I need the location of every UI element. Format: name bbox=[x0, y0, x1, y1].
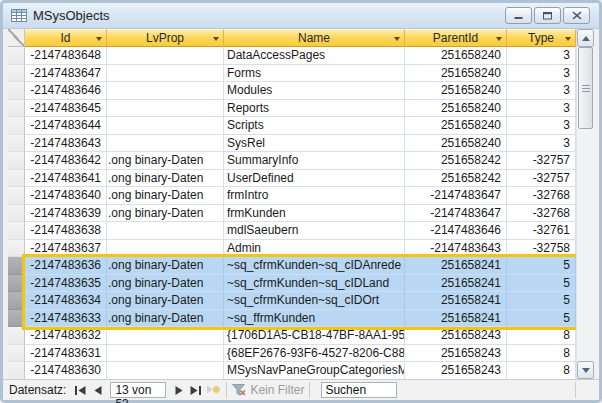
cell-parentid[interactable]: 251658240 bbox=[405, 117, 507, 135]
cell-id[interactable]: -2147483630 bbox=[25, 362, 107, 380]
filter-dropdown-icon[interactable] bbox=[213, 37, 219, 41]
table-row[interactable]: -2147483646Modules2516582403 bbox=[8, 82, 576, 100]
column-header-type[interactable]: Type bbox=[507, 29, 576, 47]
table-row[interactable]: -2147483641.ong binary-DatenUserDefined2… bbox=[8, 170, 576, 188]
cell-id[interactable]: -2147483646 bbox=[25, 82, 107, 100]
cell-type[interactable]: 3 bbox=[507, 100, 576, 118]
cell-id[interactable]: -2147483639 bbox=[25, 205, 107, 223]
cell-name[interactable]: SysRel bbox=[224, 135, 405, 153]
cell-lvprop[interactable]: .ong binary-Daten bbox=[107, 205, 224, 223]
cell-parentid[interactable]: 251658240 bbox=[405, 135, 507, 153]
cell-lvprop[interactable]: .ong binary-Daten bbox=[107, 292, 224, 310]
row-selector[interactable] bbox=[8, 187, 25, 205]
row-selector[interactable] bbox=[8, 362, 25, 380]
record-position-box[interactable]: 13 von 53 bbox=[110, 382, 166, 398]
scroll-down-button[interactable] bbox=[577, 361, 594, 379]
cell-parentid[interactable]: -2147483647 bbox=[405, 205, 507, 223]
cell-name[interactable]: Forms bbox=[224, 65, 405, 83]
cell-lvprop[interactable] bbox=[107, 345, 224, 363]
cell-type[interactable]: -32768 bbox=[507, 205, 576, 223]
cell-parentid[interactable]: -2147483646 bbox=[405, 222, 507, 240]
cell-parentid[interactable]: 251658242 bbox=[405, 152, 507, 170]
table-row[interactable]: -2147483647Forms2516582403 bbox=[8, 65, 576, 83]
cell-lvprop[interactable]: .ong binary-Daten bbox=[107, 152, 224, 170]
cell-name[interactable]: MSysNavPaneGroupCategoriesMSy bbox=[224, 362, 405, 380]
cell-name[interactable]: ~sq_cfrmKunden~sq_cIDLand bbox=[224, 275, 405, 293]
table-row[interactable]: -2147483632{1706D1A5-CB18-47BF-8AA1-956A… bbox=[8, 327, 576, 345]
cell-lvprop[interactable] bbox=[107, 65, 224, 83]
filter-dropdown-icon[interactable] bbox=[96, 37, 102, 41]
cell-parentid[interactable]: 251658240 bbox=[405, 47, 507, 65]
cell-name[interactable]: Modules bbox=[224, 82, 405, 100]
table-row[interactable]: -2147483642.ong binary-DatenSummaryInfo2… bbox=[8, 152, 576, 170]
table-row[interactable]: -2147483634.ong binary-Daten~sq_cfrmKund… bbox=[8, 292, 576, 310]
cell-type[interactable]: 3 bbox=[507, 65, 576, 83]
cell-parentid[interactable]: -2147483643 bbox=[405, 240, 507, 258]
cell-type[interactable]: 3 bbox=[507, 47, 576, 65]
row-selector[interactable] bbox=[8, 345, 25, 363]
cell-name[interactable]: DataAccessPages bbox=[224, 47, 405, 65]
cell-name[interactable]: {68EF2676-93F6-4527-8206-C88E890 bbox=[224, 345, 405, 363]
cell-id[interactable]: -2147483645 bbox=[25, 100, 107, 118]
cell-type[interactable]: -32768 bbox=[507, 187, 576, 205]
table-row[interactable]: -2147483633.ong binary-Daten~sq_ffrmKund… bbox=[8, 310, 576, 328]
table-row[interactable]: -2147483636.ong binary-Daten~sq_cfrmKund… bbox=[8, 257, 576, 275]
cell-id[interactable]: -2147483644 bbox=[25, 117, 107, 135]
cell-lvprop[interactable] bbox=[107, 222, 224, 240]
cell-type[interactable]: 3 bbox=[507, 82, 576, 100]
column-header-name[interactable]: Name bbox=[224, 29, 405, 47]
table-row[interactable]: -2147483638mdlSaeubern-2147483646-32761 bbox=[8, 222, 576, 240]
cell-name[interactable]: mdlSaeubern bbox=[224, 222, 405, 240]
cell-parentid[interactable]: 251658243 bbox=[405, 327, 507, 345]
cell-id[interactable]: -2147483640 bbox=[25, 187, 107, 205]
table-row[interactable]: -2147483639.ong binary-DatenfrmKunden-21… bbox=[8, 205, 576, 223]
table-row[interactable]: -2147483648DataAccessPages2516582403 bbox=[8, 47, 576, 65]
row-selector[interactable] bbox=[8, 47, 25, 65]
cell-lvprop[interactable] bbox=[107, 135, 224, 153]
cell-name[interactable]: Scripts bbox=[224, 117, 405, 135]
column-header-id[interactable]: Id bbox=[25, 29, 107, 47]
column-header-lvprop[interactable]: LvProp bbox=[107, 29, 224, 47]
row-selector[interactable] bbox=[8, 152, 25, 170]
next-record-button[interactable] bbox=[170, 382, 187, 398]
cell-parentid[interactable]: -2147483647 bbox=[405, 187, 507, 205]
filter-dropdown-icon[interactable] bbox=[565, 37, 571, 41]
restore-button[interactable] bbox=[534, 7, 561, 24]
cell-type[interactable]: 8 bbox=[507, 362, 576, 380]
cell-type[interactable]: -32757 bbox=[507, 152, 576, 170]
cell-lvprop[interactable]: .ong binary-Daten bbox=[107, 275, 224, 293]
cell-name[interactable]: UserDefined bbox=[224, 170, 405, 188]
filter-dropdown-icon[interactable] bbox=[496, 37, 502, 41]
last-record-button[interactable] bbox=[187, 382, 204, 398]
table-row[interactable]: -2147483635.ong binary-Daten~sq_cfrmKund… bbox=[8, 275, 576, 293]
table-row[interactable]: -2147483643SysRel2516582403 bbox=[8, 135, 576, 153]
column-header-parentid[interactable]: ParentId bbox=[405, 29, 507, 47]
filter-status[interactable]: Kein Filter bbox=[232, 383, 304, 397]
cell-lvprop[interactable] bbox=[107, 47, 224, 65]
cell-id[interactable]: -2147483636 bbox=[25, 257, 107, 275]
row-selector[interactable] bbox=[8, 205, 25, 223]
row-selector[interactable] bbox=[8, 65, 25, 83]
cell-lvprop[interactable] bbox=[107, 327, 224, 345]
row-selector[interactable] bbox=[8, 257, 25, 275]
cell-type[interactable]: -32757 bbox=[507, 170, 576, 188]
select-all-corner[interactable] bbox=[8, 29, 25, 47]
cell-lvprop[interactable]: .ong binary-Daten bbox=[107, 257, 224, 275]
cell-parentid[interactable]: 251658241 bbox=[405, 292, 507, 310]
cell-id[interactable]: -2147483642 bbox=[25, 152, 107, 170]
row-selector[interactable] bbox=[8, 292, 25, 310]
cell-id[interactable]: -2147483632 bbox=[25, 327, 107, 345]
row-selector[interactable] bbox=[8, 310, 25, 328]
cell-name[interactable]: ~sq_cfrmKunden~sq_cIDOrt bbox=[224, 292, 405, 310]
cell-parentid[interactable]: 251658240 bbox=[405, 100, 507, 118]
scrollbar-track[interactable] bbox=[577, 47, 594, 361]
cell-id[interactable]: -2147483647 bbox=[25, 65, 107, 83]
cell-id[interactable]: -2147483635 bbox=[25, 275, 107, 293]
cell-parentid[interactable]: 251658243 bbox=[405, 362, 507, 380]
table-row[interactable]: -2147483644Scripts2516582403 bbox=[8, 117, 576, 135]
row-selector[interactable] bbox=[8, 82, 25, 100]
cell-id[interactable]: -2147483643 bbox=[25, 135, 107, 153]
cell-type[interactable]: 8 bbox=[507, 327, 576, 345]
minimize-button[interactable] bbox=[505, 7, 532, 24]
row-selector[interactable] bbox=[8, 275, 25, 293]
